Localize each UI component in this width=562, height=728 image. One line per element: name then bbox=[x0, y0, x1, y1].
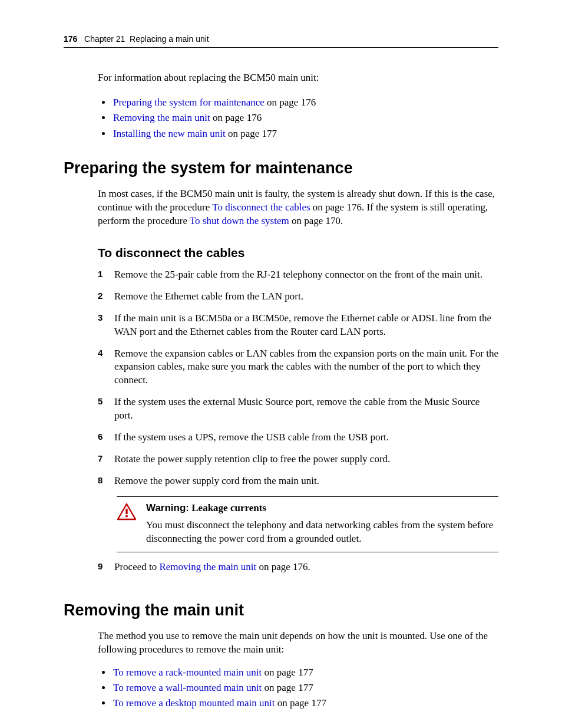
warning-block: Warning: Leakage currents You must disco… bbox=[117, 496, 498, 552]
svg-rect-2 bbox=[125, 515, 127, 517]
list-item: Removing the main unit on page 176 bbox=[112, 110, 498, 126]
step-item: Remove the 25-pair cable from the RJ-21 … bbox=[98, 268, 498, 282]
list-item: Preparing the system for maintenance on … bbox=[112, 95, 498, 110]
xref-link[interactable]: Removing the main unit bbox=[113, 112, 210, 123]
section-heading-removing: Removing the main unit bbox=[64, 601, 498, 620]
warning-label: Warning: bbox=[146, 502, 189, 513]
step-item: If the system uses a UPS, remove the USB… bbox=[98, 431, 498, 444]
step-item: Proceed to Removing the main unit on pag… bbox=[98, 561, 498, 574]
step-item: Rotate the power supply retention clip t… bbox=[98, 453, 498, 466]
link-suffix: on page 177 bbox=[226, 128, 277, 139]
step-item: If the main unit is a BCM50a or a BCM50e… bbox=[98, 312, 498, 339]
warning-icon bbox=[117, 503, 137, 523]
intro-paragraph: For information about replacing the BCM5… bbox=[98, 71, 498, 85]
link-suffix: on page 176 bbox=[210, 112, 262, 123]
steps-list-continued: Proceed to Removing the main unit on pag… bbox=[98, 561, 498, 574]
xref-link[interactable]: Installing the new main unit bbox=[113, 128, 226, 139]
text-run: on page 176. bbox=[256, 561, 310, 572]
steps-list: Remove the 25-pair cable from the RJ-21 … bbox=[98, 268, 498, 488]
section2-toc-list: To remove a rack-mounted main unit on pa… bbox=[98, 665, 498, 711]
xref-link[interactable]: To remove a desktop mounted main unit bbox=[113, 697, 275, 709]
warning-subject: Leakage currents bbox=[191, 502, 266, 513]
running-header: 176 Chapter 21 Replacing a main unit bbox=[64, 34, 498, 48]
xref-link[interactable]: To shut down the system bbox=[190, 215, 289, 226]
list-item: To remove a wall-mounted main unit on pa… bbox=[112, 680, 498, 696]
step-item: Remove the Ethernet cable from the LAN p… bbox=[98, 290, 498, 304]
chapter-title: Replacing a main unit bbox=[130, 34, 209, 44]
link-suffix: on page 176 bbox=[265, 97, 316, 108]
step-item: If the system uses the external Music So… bbox=[98, 396, 498, 423]
list-item: To remove a rack-mounted main unit on pa… bbox=[112, 665, 498, 680]
section1-paragraph: In most cases, if the BCM50 main unit is… bbox=[98, 187, 498, 228]
subsection-heading-disconnect: To disconnect the cables bbox=[98, 246, 498, 260]
top-toc-list: Preparing the system for maintenance on … bbox=[98, 95, 498, 141]
xref-link[interactable]: Preparing the system for maintenance bbox=[113, 97, 265, 108]
warning-body: You must disconnect the telephony and da… bbox=[146, 519, 498, 546]
page-root: 176 Chapter 21 Replacing a main unit For… bbox=[0, 0, 562, 728]
warning-text: Warning: Leakage currents You must disco… bbox=[146, 502, 498, 546]
link-suffix: on page 177 bbox=[275, 697, 326, 709]
xref-link[interactable]: Removing the main unit bbox=[159, 561, 256, 572]
link-suffix: on page 177 bbox=[262, 682, 313, 693]
section2-paragraph: The method you use to remove the main un… bbox=[98, 630, 498, 657]
svg-rect-1 bbox=[125, 509, 127, 514]
list-item: Installing the new main unit on page 177 bbox=[112, 126, 498, 141]
link-suffix: on page 177 bbox=[262, 667, 313, 678]
chapter-label: Chapter 21 bbox=[84, 34, 125, 44]
list-item: To remove a desktop mounted main unit on… bbox=[112, 696, 498, 711]
text-run: Proceed to bbox=[114, 561, 159, 572]
section-heading-preparing: Preparing the system for maintenance bbox=[64, 159, 498, 177]
step-item: Remove the power supply cord from the ma… bbox=[98, 475, 498, 488]
step-item: Remove the expansion cables or LAN cable… bbox=[98, 347, 498, 388]
text-run: on page 170. bbox=[289, 215, 343, 226]
xref-link[interactable]: To remove a rack-mounted main unit bbox=[113, 667, 262, 678]
xref-link[interactable]: To disconnect the cables bbox=[212, 202, 310, 213]
xref-link[interactable]: To remove a wall-mounted main unit bbox=[113, 682, 262, 693]
page-number: 176 bbox=[64, 34, 77, 44]
